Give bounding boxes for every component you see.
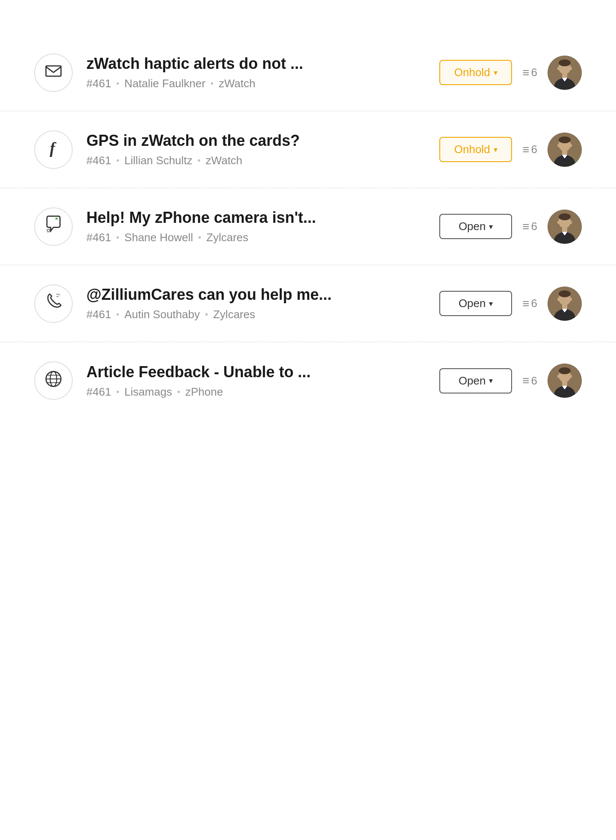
menu-lines-icon: ≡ [522, 297, 529, 311]
meta-dot: • [205, 310, 208, 319]
svg-rect-18 [562, 228, 567, 232]
meta-dot: • [116, 310, 119, 319]
ticket-content: @ZilliumCares can you help me... #461 • … [86, 286, 426, 321]
dropdown-arrow-icon: ▾ [494, 68, 498, 77]
chat-icon [43, 214, 64, 239]
menu-lines-icon: ≡ [522, 374, 529, 387]
dropdown-arrow-icon: ▾ [489, 376, 493, 385]
phone-icon [43, 291, 64, 316]
ticket-list: zWatch haptic alerts do not ... #461 • N… [0, 0, 616, 453]
ticket-title: Article Feedback - Unable to ... [86, 363, 426, 381]
ticket-item: zWatch haptic alerts do not ... #461 • N… [0, 34, 616, 111]
channel-icon-wrap [34, 207, 73, 246]
svg-text:f: f [50, 139, 56, 157]
svg-point-12 [557, 144, 560, 147]
dropdown-arrow-icon: ▾ [489, 299, 493, 308]
svg-rect-35 [562, 382, 567, 386]
svg-point-17 [559, 213, 571, 220]
avatar [548, 56, 582, 90]
status-label: Onhold [454, 66, 490, 79]
ticket-count-wrap: ≡ 6 [522, 297, 537, 311]
ticket-actions: Open ▾ ≡ 6 [439, 210, 582, 244]
menu-lines-icon: ≡ [522, 66, 529, 80]
ticket-meta: #461 • Autin Southaby • Zylcares [86, 308, 426, 321]
ticket-meta: #461 • Shane Howell • Zylcares [86, 231, 426, 244]
ticket-meta: #461 • Lisamags • zPhone [86, 385, 426, 399]
avatar [548, 210, 582, 244]
ticket-count-wrap: ≡ 6 [522, 374, 537, 387]
menu-lines-icon: ≡ [522, 143, 529, 157]
ticket-item: Help! My zPhone camera isn't... #461 • S… [0, 188, 616, 265]
ticket-count: 6 [531, 66, 537, 79]
ticket-item: Article Feedback - Unable to ... #461 • … [0, 342, 616, 419]
web-icon [43, 369, 64, 393]
avatar [548, 364, 582, 398]
svg-point-10 [559, 136, 571, 143]
status-badge[interactable]: Onhold ▾ [439, 137, 512, 162]
ticket-customer: Autin Southaby [124, 308, 200, 321]
ticket-customer: Lisamags [124, 385, 172, 399]
ticket-product: Zylcares [206, 231, 248, 244]
svg-point-20 [569, 221, 572, 224]
dropdown-arrow-icon: ▾ [489, 222, 493, 231]
ticket-count: 6 [531, 374, 537, 387]
svg-point-36 [557, 375, 560, 378]
status-badge[interactable]: Open ▾ [439, 368, 512, 393]
status-badge[interactable]: Open ▾ [439, 291, 512, 316]
channel-icon-wrap: f [34, 130, 73, 169]
meta-dot: • [116, 79, 119, 89]
meta-dot: • [198, 156, 201, 166]
ticket-product: zWatch [206, 154, 243, 167]
ticket-customer: Lillian Schultz [124, 154, 192, 167]
ticket-number: #461 [86, 308, 111, 321]
ticket-number: #461 [86, 154, 111, 167]
ticket-customer: Shane Howell [124, 231, 193, 244]
svg-point-6 [569, 67, 572, 70]
ticket-content: zWatch haptic alerts do not ... #461 • N… [86, 55, 426, 90]
status-label: Open [459, 297, 486, 310]
ticket-meta: #461 • Lillian Schultz • zWatch [86, 154, 426, 167]
svg-point-5 [557, 67, 560, 70]
avatar [548, 287, 582, 321]
ticket-title: zWatch haptic alerts do not ... [86, 55, 426, 73]
ticket-actions: Onhold ▾ ≡ 6 [439, 56, 582, 90]
ticket-item: @ZilliumCares can you help me... #461 • … [0, 265, 616, 342]
meta-dot: • [210, 79, 213, 89]
ticket-title: GPS in zWatch on the cards? [86, 132, 426, 150]
ticket-title: Help! My zPhone camera isn't... [86, 209, 426, 227]
ticket-actions: Open ▾ ≡ 6 [439, 287, 582, 321]
ticket-count-wrap: ≡ 6 [522, 143, 537, 157]
svg-rect-11 [562, 151, 567, 155]
email-icon [44, 61, 63, 84]
ticket-item: f GPS in zWatch on the cards? #461 • Lil… [0, 111, 616, 188]
ticket-number: #461 [86, 385, 111, 399]
svg-point-25 [557, 298, 560, 301]
meta-dot: • [116, 156, 119, 166]
ticket-count: 6 [531, 297, 537, 310]
ticket-title: @ZilliumCares can you help me... [86, 286, 426, 304]
avatar [548, 133, 582, 167]
dropdown-arrow-icon: ▾ [494, 145, 498, 154]
ticket-content: Article Feedback - Unable to ... #461 • … [86, 363, 426, 399]
ticket-number: #461 [86, 231, 111, 244]
status-badge[interactable]: Onhold ▾ [439, 60, 512, 85]
ticket-number: #461 [86, 77, 111, 90]
channel-icon-wrap [34, 53, 73, 92]
ticket-count-wrap: ≡ 6 [522, 220, 537, 234]
svg-point-19 [557, 221, 560, 224]
svg-rect-0 [46, 66, 61, 76]
ticket-content: GPS in zWatch on the cards? #461 • Lilli… [86, 132, 426, 167]
ticket-actions: Open ▾ ≡ 6 [439, 364, 582, 398]
meta-dot: • [116, 387, 119, 397]
ticket-count: 6 [531, 143, 537, 156]
channel-icon-wrap [34, 284, 73, 323]
ticket-count: 6 [531, 220, 537, 233]
status-badge[interactable]: Open ▾ [439, 214, 512, 239]
svg-point-13 [569, 144, 572, 147]
status-label: Onhold [454, 143, 490, 156]
ticket-count-wrap: ≡ 6 [522, 66, 537, 80]
svg-point-23 [559, 290, 571, 297]
ticket-content: Help! My zPhone camera isn't... #461 • S… [86, 209, 426, 244]
meta-dot: • [198, 233, 201, 243]
status-label: Open [459, 374, 486, 387]
